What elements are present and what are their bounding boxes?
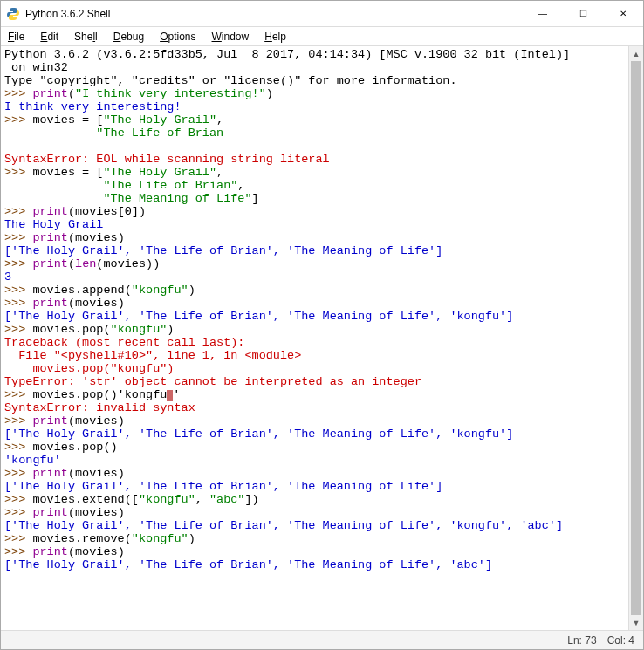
menubar: File Edit Shell Debug Options Window Hel…: [1, 27, 643, 46]
banner: Python 3.6.2 (v3.6.2:5fd33b5, Jul 8 2017…: [4, 48, 570, 61]
menu-window[interactable]: Window: [212, 31, 250, 43]
titlebar: Python 3.6.2 Shell — ☐ ✕: [1, 1, 643, 27]
menu-debug[interactable]: Debug: [113, 31, 144, 43]
maximize-button[interactable]: ☐: [563, 1, 603, 26]
menu-options[interactable]: Options: [160, 31, 195, 43]
close-button[interactable]: ✕: [603, 1, 643, 26]
window-controls: — ☐ ✕: [523, 1, 643, 26]
status-col: Col: 4: [607, 634, 634, 647]
python-icon: [6, 7, 20, 21]
vertical-scrollbar[interactable]: ▲ ▼: [628, 46, 643, 630]
scroll-thumb[interactable]: [631, 61, 641, 615]
status-line: Ln: 73: [567, 634, 596, 647]
scroll-down-icon[interactable]: ▼: [629, 615, 643, 630]
menu-shell[interactable]: Shell: [74, 31, 98, 43]
menu-help[interactable]: Help: [264, 31, 286, 43]
window-title: Python 3.6.2 Shell: [25, 8, 523, 20]
console-output[interactable]: Python 3.6.2 (v3.6.2:5fd33b5, Jul 8 2017…: [1, 46, 628, 630]
statusbar: Ln: 73 Col: 4: [1, 630, 643, 649]
menu-edit[interactable]: Edit: [40, 31, 58, 43]
minimize-button[interactable]: —: [523, 1, 563, 26]
menu-file[interactable]: File: [8, 31, 24, 43]
scroll-up-icon[interactable]: ▲: [629, 46, 643, 61]
